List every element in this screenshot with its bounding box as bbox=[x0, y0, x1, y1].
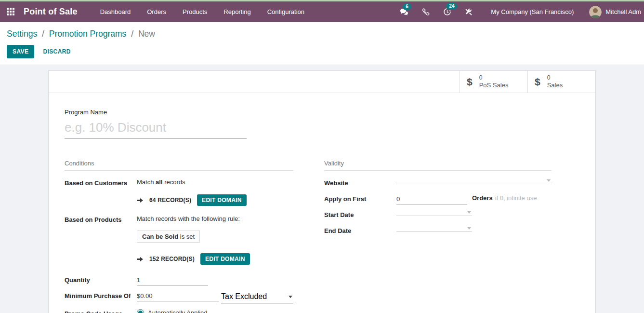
program-name-block: Program Name bbox=[65, 109, 579, 138]
validity-group: Validity Website Apply on First Orders i… bbox=[324, 160, 552, 313]
nav-item-orders[interactable]: Orders bbox=[141, 5, 172, 18]
website-row: Website bbox=[324, 178, 552, 189]
based-on-customers-row: Based on Customers Match all records bbox=[65, 178, 293, 189]
messages-icon[interactable]: 6 bbox=[394, 5, 414, 19]
tax-mode-select[interactable]: Tax Excluded bbox=[221, 291, 293, 303]
minimum-purchase-row: Minimum Purchase Of Tax Excluded bbox=[65, 291, 293, 303]
program-name-label: Program Name bbox=[65, 109, 579, 116]
stat-button-sales[interactable]: $ 0 Sales bbox=[527, 71, 595, 93]
website-label: Website bbox=[324, 178, 396, 187]
activities-badge: 24 bbox=[446, 3, 457, 10]
customers-records-line: 64 RECORD(S) EDIT DOMAIN bbox=[137, 194, 247, 206]
nav-item-products[interactable]: Products bbox=[176, 5, 213, 18]
conditions-heading: Conditions bbox=[65, 160, 293, 171]
sales-label: Sales bbox=[547, 82, 563, 89]
sheet-body: Program Name Conditions Based on Custome… bbox=[49, 93, 595, 313]
breadcrumb: Settings / Promotion Programs / New bbox=[7, 29, 637, 39]
activities-icon[interactable]: 24 bbox=[437, 5, 457, 19]
breadcrumb-separator: / bbox=[39, 29, 47, 39]
end-date-row: End Date bbox=[324, 226, 552, 236]
customers-edit-domain-button[interactable]: EDIT DOMAIN bbox=[197, 194, 247, 206]
debug-tools-icon[interactable] bbox=[459, 5, 478, 19]
promo-auto-label[interactable]: Automatically Applied bbox=[148, 309, 208, 313]
content-area: $ 0 PoS Sales $ 0 Sales Program Name bbox=[0, 65, 644, 313]
company-switcher[interactable]: My Company (San Francisco) bbox=[484, 5, 580, 18]
save-button[interactable]: SAVE bbox=[7, 45, 34, 58]
minimum-purchase-input[interactable] bbox=[137, 291, 219, 301]
start-date-label: Start Date bbox=[324, 210, 396, 218]
quantity-row: Quantity bbox=[65, 275, 293, 286]
control-panel-buttons: SAVE DISCARD bbox=[7, 45, 637, 58]
breadcrumb-settings[interactable]: Settings bbox=[7, 29, 37, 39]
infinite-use-hint: if 0, infinite use bbox=[495, 194, 537, 202]
breadcrumb-current: New bbox=[138, 29, 155, 39]
promo-auto-radio[interactable] bbox=[137, 309, 144, 313]
apply-on-first-label: Apply on First bbox=[324, 194, 396, 203]
start-date-select[interactable] bbox=[396, 210, 472, 216]
promo-option-auto: Automatically Applied bbox=[137, 309, 208, 313]
nav-item-dashboard[interactable]: Dashboard bbox=[94, 5, 137, 18]
stat-button-pos-sales[interactable]: $ 0 PoS Sales bbox=[460, 71, 527, 93]
control-panel: Settings / Promotion Programs / New SAVE… bbox=[0, 22, 644, 65]
user-name: Mitchell Adm bbox=[605, 8, 641, 15]
promo-code-usage-label: Promo Code Usage bbox=[65, 309, 137, 313]
chevron-down-icon bbox=[547, 179, 551, 182]
arrow-right-icon bbox=[137, 257, 144, 262]
wrench-icon bbox=[465, 8, 473, 16]
nav-menu: Dashboard Orders Products Reporting Conf… bbox=[94, 5, 311, 18]
avatar bbox=[589, 6, 602, 18]
customers-domain-text: Match all records bbox=[137, 178, 185, 186]
customers-record-count-link[interactable]: 64 RECORD(S) bbox=[149, 197, 191, 204]
breadcrumb-promotion-programs[interactable]: Promotion Programs bbox=[49, 29, 126, 39]
products-edit-domain-button[interactable]: EDIT DOMAIN bbox=[200, 253, 250, 265]
apply-on-first-row: Apply on First Orders if 0, infinite use bbox=[324, 194, 552, 204]
main-navbar: Point of Sale Dashboard Orders Products … bbox=[0, 1, 644, 22]
chevron-down-icon bbox=[289, 296, 292, 298]
phone-glyph-icon bbox=[422, 8, 430, 16]
pos-sales-value: 0 bbox=[479, 74, 509, 82]
stat-button-bar: $ 0 PoS Sales $ 0 Sales bbox=[49, 71, 595, 93]
arrow-right-icon bbox=[137, 198, 144, 203]
chevron-down-icon bbox=[467, 227, 471, 230]
orders-suffix: Orders bbox=[472, 194, 493, 202]
quantity-input[interactable] bbox=[137, 275, 208, 286]
pos-sales-label: PoS Sales bbox=[479, 82, 509, 89]
program-name-input[interactable] bbox=[65, 117, 247, 138]
end-date-select[interactable] bbox=[396, 226, 472, 232]
products-domain-text: Match records with the following rule: bbox=[137, 215, 240, 222]
start-date-row: Start Date bbox=[324, 210, 552, 220]
form-sheet: $ 0 PoS Sales $ 0 Sales Program Name bbox=[48, 70, 596, 313]
app-brand[interactable]: Point of Sale bbox=[24, 7, 78, 17]
website-select[interactable] bbox=[396, 178, 552, 184]
based-on-products-row: Based on Products Match records with the… bbox=[65, 215, 293, 225]
based-on-products-label: Based on Products bbox=[65, 215, 137, 223]
breadcrumb-separator: / bbox=[129, 29, 136, 39]
chevron-down-icon bbox=[467, 211, 471, 214]
products-rule-tag[interactable]: Can be Sold is set bbox=[137, 231, 200, 243]
nav-item-configuration[interactable]: Configuration bbox=[261, 5, 311, 18]
minimum-purchase-label: Minimum Purchase Of bbox=[65, 291, 137, 299]
apply-on-first-input[interactable] bbox=[396, 194, 467, 204]
sales-value: 0 bbox=[547, 74, 563, 82]
messages-badge: 6 bbox=[403, 3, 411, 10]
end-date-label: End Date bbox=[324, 226, 396, 234]
based-on-customers-label: Based on Customers bbox=[65, 178, 137, 187]
nav-item-reporting[interactable]: Reporting bbox=[217, 5, 257, 18]
dollar-icon: $ bbox=[467, 76, 473, 88]
discard-button[interactable]: DISCARD bbox=[37, 45, 76, 58]
apps-menu-icon[interactable] bbox=[7, 8, 15, 16]
phone-icon[interactable] bbox=[416, 5, 435, 19]
promo-code-usage-row: Promo Code Usage Automatically Applied U… bbox=[65, 309, 293, 313]
products-record-count-link[interactable]: 152 RECORD(S) bbox=[149, 256, 195, 262]
quantity-label: Quantity bbox=[65, 275, 137, 284]
dollar-icon: $ bbox=[535, 76, 540, 88]
validity-heading: Validity bbox=[324, 160, 552, 171]
products-records-line: 152 RECORD(S) EDIT DOMAIN bbox=[137, 253, 250, 265]
user-menu[interactable]: Mitchell Adm bbox=[586, 4, 644, 20]
conditions-group: Conditions Based on Customers Match all … bbox=[65, 160, 293, 313]
systray: 6 24 My Company (San Francisco) bbox=[394, 4, 644, 20]
